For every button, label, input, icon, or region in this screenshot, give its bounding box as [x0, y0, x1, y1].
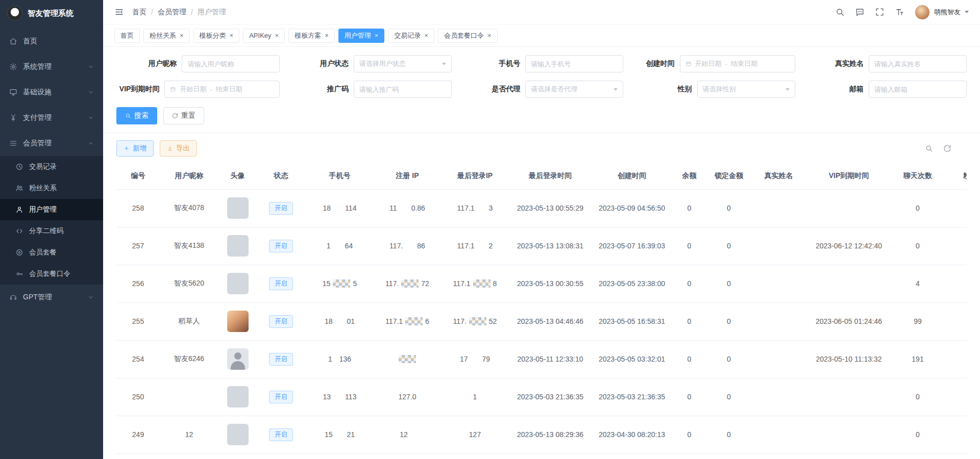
vip-expire-daterange-picker[interactable]: 开始日期 - 结束日期 [164, 81, 280, 98]
sidebar-collapse-button[interactable] [114, 7, 124, 17]
cell-created-time: 2023-05-09 04:56:50 [591, 189, 673, 227]
cell-chat-count: 0 [892, 378, 943, 416]
gender-select[interactable]: 请选择性别 [697, 81, 795, 98]
cell-created-time: 2023-05-03 21:36:35 [591, 378, 673, 416]
tab-label: APIKey [249, 32, 271, 39]
user-menu[interactable]: 萌熊智友 [915, 5, 969, 20]
cell-status: 开启 [257, 265, 305, 302]
cell-nickname: 稻草人 [160, 302, 218, 340]
sidebar-item-package-token[interactable]: 会员套餐口令 [0, 263, 103, 285]
main-area: 首页 / 会员管理 / 用户管理 [103, 0, 980, 459]
export-button[interactable]: 导出 [160, 140, 197, 157]
field-real-name: 真实姓名 [803, 55, 967, 72]
page-tab[interactable]: 粉丝关系 × [143, 29, 190, 43]
sidebar-item-user-management[interactable]: 用户管理 [0, 199, 103, 220]
cell-balance: 0 [673, 265, 706, 302]
range-separator: - [725, 60, 727, 68]
sidebar-item-member-package[interactable]: 会员套餐 [0, 242, 103, 263]
reset-button[interactable]: 重置 [163, 107, 204, 124]
table-column-header: 聊天次数 [892, 163, 943, 189]
real-name-input[interactable] [869, 55, 967, 72]
promo-code-input[interactable] [354, 81, 452, 98]
cell-phone: 15 21 [305, 416, 374, 453]
search-icon [125, 113, 131, 119]
chevron-down-icon [88, 294, 94, 300]
table-column-header: 余额 [673, 163, 706, 189]
tab-close-icon[interactable]: × [424, 32, 428, 39]
cell-status: 开启 [257, 189, 305, 227]
page-tab[interactable]: 交易记录 × [388, 29, 434, 43]
real-name-input-field[interactable] [874, 60, 961, 68]
breadcrumb-section[interactable]: 会员管理 [158, 8, 186, 17]
sidebar-item-system[interactable]: 系统管理 [0, 54, 103, 80]
sidebar-item-infrastructure[interactable]: 基础设施 [0, 80, 103, 105]
nickname-input[interactable] [182, 55, 280, 72]
status-badge: 开启 [269, 202, 293, 215]
field-user-status: 用户状态 请选择用户状态 [288, 55, 451, 72]
messages-button[interactable] [855, 7, 865, 17]
search-button[interactable] [835, 7, 845, 17]
table-row: 255 稻草人 开启 18 01 117.16 117.52 [116, 302, 967, 340]
sidebar-item-payment[interactable]: 支付管理 [0, 105, 103, 131]
tab-label: 用户管理 [345, 31, 371, 40]
table-refresh-button[interactable] [943, 144, 951, 152]
tab-label: 会员套餐口令 [444, 31, 484, 40]
page-tab[interactable]: 模板方案 × [288, 29, 335, 43]
sidebar-item-gpt[interactable]: GPT管理 [0, 285, 103, 310]
home-icon [9, 37, 17, 45]
email-input-field[interactable] [874, 86, 961, 93]
page-tab[interactable]: 模板分类 × [193, 29, 240, 43]
tab-close-icon[interactable]: × [325, 32, 329, 39]
menu-label: 基础设施 [23, 88, 52, 97]
sidebar-item-share-qrcode[interactable]: 分享二维码 [0, 220, 103, 242]
phone-input[interactable] [525, 55, 623, 72]
censor-mosaic [399, 355, 416, 363]
sidebar-item-home[interactable]: 首页 [0, 29, 103, 54]
page-tab[interactable]: APIKey × [243, 29, 285, 43]
export-button-label: 导出 [176, 144, 190, 153]
menu-label: 分享二维码 [29, 226, 64, 236]
tab-close-icon[interactable]: × [375, 32, 379, 39]
is-agent-select[interactable]: 请选择是否代理 [525, 81, 623, 98]
breadcrumb-home[interactable]: 首页 [132, 8, 146, 17]
field-gender: 性别 请选择性别 [631, 81, 795, 98]
fullscreen-button[interactable] [875, 7, 885, 17]
cell-last-login-time: 2023-05-13 08:29:36 [509, 416, 591, 453]
table-column-header: 头像 [218, 163, 257, 189]
tab-close-icon[interactable]: × [487, 32, 492, 39]
page-tab[interactable]: 首页 × [114, 29, 140, 43]
font-size-button[interactable] [895, 7, 904, 17]
promo-code-input-field[interactable] [359, 86, 446, 93]
sidebar-item-transactions[interactable]: 交易记录 [0, 156, 103, 177]
chevron-down-icon [614, 88, 618, 91]
tab-close-icon[interactable]: × [230, 32, 234, 39]
sidebar-item-fans[interactable]: 粉丝关系 [0, 177, 103, 199]
table-column-header: 创建时间 [591, 163, 673, 189]
email-input[interactable] [869, 81, 967, 98]
cell-real-name [752, 227, 805, 265]
user-status-select[interactable]: 请选择用户状态 [354, 55, 452, 72]
tab-close-icon[interactable]: × [180, 32, 184, 39]
table-search-button[interactable] [925, 144, 933, 152]
page-tab[interactable]: 用户管理 × [338, 29, 385, 43]
add-button[interactable]: 新增 [116, 140, 154, 157]
censor-mosaic [469, 317, 486, 325]
nickname-input-field[interactable] [187, 60, 274, 68]
created-daterange-picker[interactable]: 开始日期 - 结束日期 [680, 55, 795, 72]
cell-avatar [218, 340, 257, 378]
table-toolbar: 新增 导出 [116, 140, 967, 157]
cell-locked-amount: 0 [706, 227, 752, 265]
search-button[interactable]: 搜索 [116, 107, 157, 124]
cell-locked-amount: 0 [706, 416, 752, 453]
tab-close-icon[interactable]: × [275, 32, 279, 39]
chevron-down-icon [965, 11, 969, 13]
cell-balance: 0 [673, 189, 706, 227]
cell-fans-count [943, 189, 967, 227]
phone-input-field[interactable] [531, 60, 618, 68]
code-icon [15, 227, 23, 235]
page-tab[interactable]: 会员套餐口令 × [438, 29, 498, 43]
sidebar-item-members[interactable]: 会员管理 [0, 131, 103, 156]
cell-phone: 1 64 [305, 227, 374, 265]
cell-chat-count: 0 [892, 416, 943, 453]
plus-icon [124, 145, 130, 151]
